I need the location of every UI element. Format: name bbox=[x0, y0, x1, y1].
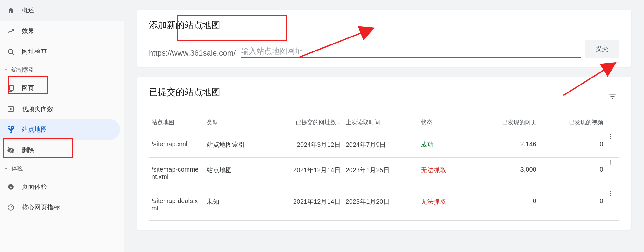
cell-sitemap: /sitemap.xml bbox=[149, 132, 204, 158]
performance-icon bbox=[7, 27, 15, 35]
cell-status: 无法抓取 bbox=[418, 189, 472, 221]
sidebar-section-label: 编制索引 bbox=[11, 66, 34, 74]
cell-videos: 0 bbox=[539, 189, 606, 221]
cell-submitted: 2021年12月14日 bbox=[263, 189, 343, 221]
col-status: 状态 bbox=[418, 114, 472, 132]
sidebar-item-pages[interactable]: 网页 bbox=[0, 78, 124, 99]
svg-rect-7 bbox=[10, 131, 12, 133]
sidebar-label: 页面体验 bbox=[22, 182, 47, 191]
core-web-icon bbox=[7, 204, 15, 211]
pages-icon bbox=[7, 85, 15, 92]
cell-submitted: 2021年12月14日 bbox=[263, 158, 343, 189]
main-content: 添加新的站点地图 https://www.361sale.com/ 提交 已提交… bbox=[124, 0, 644, 252]
col-videos: 已发现的视频 bbox=[539, 114, 606, 132]
svg-rect-5 bbox=[8, 127, 10, 129]
sidebar-item-removals[interactable]: 删除 bbox=[0, 140, 124, 160]
remove-icon bbox=[7, 146, 15, 154]
col-pages: 已发现的网页 bbox=[472, 114, 539, 132]
svg-point-16 bbox=[610, 161, 611, 162]
sidebar-item-core-web-vitals[interactable]: 核心网页指标 bbox=[0, 197, 124, 218]
add-sitemap-card: 添加新的站点地图 https://www.361sale.com/ 提交 bbox=[137, 10, 631, 67]
col-submitted[interactable]: 已提交的网址数↓ bbox=[263, 114, 343, 132]
video-icon bbox=[7, 105, 15, 113]
svg-point-17 bbox=[610, 163, 611, 164]
svg-line-1 bbox=[12, 53, 14, 55]
svg-point-0 bbox=[8, 49, 13, 54]
svg-rect-2 bbox=[10, 85, 13, 90]
sidebar-section-experience[interactable]: 体验 bbox=[0, 160, 124, 176]
svg-point-13 bbox=[610, 136, 611, 137]
cell-last-read: 2024年7月9日 bbox=[343, 132, 419, 158]
cell-pages: 2,146 bbox=[472, 132, 539, 158]
svg-point-15 bbox=[610, 160, 611, 161]
cell-type: 站点地图索引 bbox=[204, 132, 263, 158]
sidebar-label: 概述 bbox=[22, 6, 34, 15]
sitemap-url-input[interactable] bbox=[241, 45, 581, 58]
cell-pages: 3,000 bbox=[472, 158, 539, 189]
cell-pages: 0 bbox=[472, 189, 539, 221]
home-icon bbox=[7, 7, 15, 14]
cell-status: 无法抓取 bbox=[418, 158, 472, 189]
sidebar-label: 站点地图 bbox=[22, 125, 47, 134]
filter-icon[interactable] bbox=[606, 90, 619, 103]
submitted-sitemaps-card: 已提交的站点地图 站点地图 类型 已提交的网址数↓ 上次读取时间 状态 已发现的… bbox=[137, 77, 631, 230]
sidebar-label: 网址检查 bbox=[22, 47, 47, 56]
sitemaps-table: 站点地图 类型 已提交的网址数↓ 上次读取时间 状态 已发现的网页 已发现的视频… bbox=[149, 114, 619, 221]
sitemap-icon bbox=[7, 126, 15, 133]
more-icon[interactable] bbox=[606, 189, 619, 221]
sidebar-label: 核心网页指标 bbox=[22, 203, 60, 212]
svg-point-14 bbox=[610, 138, 611, 139]
more-icon[interactable] bbox=[606, 132, 619, 158]
submit-button[interactable]: 提交 bbox=[585, 40, 619, 58]
page-exp-icon bbox=[7, 183, 15, 191]
col-type: 类型 bbox=[204, 114, 263, 132]
add-sitemap-title: 添加新的站点地图 bbox=[149, 19, 619, 31]
submitted-sitemaps-title: 已提交的站点地图 bbox=[149, 86, 220, 98]
cell-videos: 0 bbox=[539, 132, 606, 158]
table-row[interactable]: /sitemap-comment.xml站点地图2021年12月14日2023年… bbox=[149, 158, 619, 189]
more-icon[interactable] bbox=[606, 158, 619, 189]
url-prefix: https://www.361sale.com/ bbox=[149, 49, 237, 58]
sidebar-section-label: 体验 bbox=[11, 165, 23, 172]
chevron-down-icon bbox=[3, 67, 10, 73]
sidebar-item-performance[interactable]: 效果 bbox=[0, 21, 124, 41]
svg-point-19 bbox=[610, 193, 611, 194]
svg-rect-6 bbox=[12, 127, 14, 129]
cell-last-read: 2023年1月25日 bbox=[343, 158, 419, 189]
cell-last-read: 2023年1月20日 bbox=[343, 189, 419, 221]
cell-sitemap: /sitemap-deals.xml bbox=[149, 189, 204, 221]
sidebar-item-videos[interactable]: 视频页面数 bbox=[0, 99, 124, 119]
sort-down-icon: ↓ bbox=[338, 119, 341, 126]
sidebar-item-page-experience[interactable]: 页面体验 bbox=[0, 176, 124, 197]
cell-sitemap: /sitemap-comment.xml bbox=[149, 158, 204, 189]
sidebar: 概述 效果 网址检查 编制索引 网页 视频页面数 站点地图 bbox=[0, 0, 124, 252]
cell-type: 站点地图 bbox=[204, 158, 263, 189]
sidebar-label: 删除 bbox=[22, 146, 34, 154]
table-row[interactable]: /sitemap-deals.xml未知2021年12月14日2023年1月20… bbox=[149, 189, 619, 221]
sidebar-label: 网页 bbox=[22, 84, 34, 92]
table-row[interactable]: /sitemap.xml站点地图索引2024年3月12日2024年7月9日成功2… bbox=[149, 132, 619, 158]
sidebar-label: 视频页面数 bbox=[22, 105, 53, 113]
cell-type: 未知 bbox=[204, 189, 263, 221]
cell-submitted: 2024年3月12日 bbox=[263, 132, 343, 158]
cell-status: 成功 bbox=[418, 132, 472, 158]
col-sitemap: 站点地图 bbox=[149, 114, 204, 132]
svg-marker-4 bbox=[10, 108, 12, 110]
svg-point-20 bbox=[610, 195, 611, 196]
sidebar-item-overview[interactable]: 概述 bbox=[0, 0, 124, 21]
sidebar-item-url-inspect[interactable]: 网址检查 bbox=[0, 41, 124, 62]
chevron-down-icon bbox=[3, 166, 10, 171]
sidebar-item-sitemaps[interactable]: 站点地图 bbox=[0, 119, 120, 140]
svg-point-18 bbox=[610, 191, 611, 192]
svg-point-12 bbox=[610, 134, 611, 135]
sidebar-label: 效果 bbox=[22, 27, 34, 35]
sidebar-section-index[interactable]: 编制索引 bbox=[0, 62, 124, 78]
search-icon bbox=[7, 48, 15, 56]
col-last-read: 上次读取时间 bbox=[343, 114, 419, 132]
cell-videos: 0 bbox=[539, 158, 606, 189]
